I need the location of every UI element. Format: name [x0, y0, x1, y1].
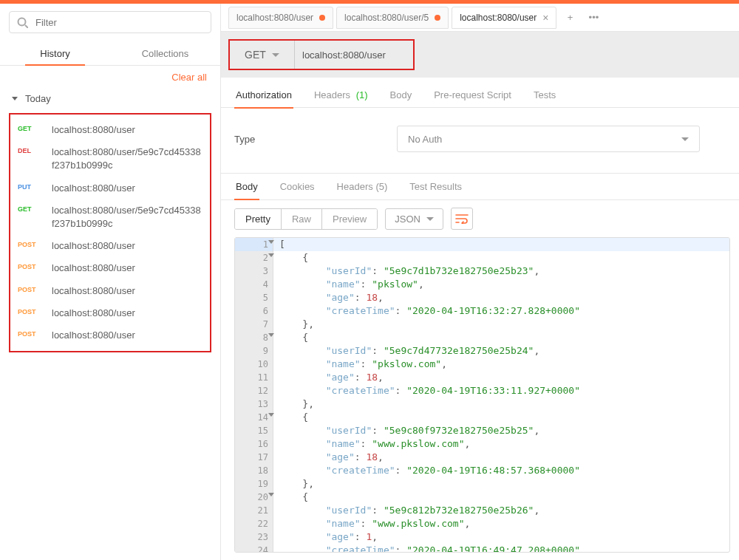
- request-tab[interactable]: localhost:8080/user: [228, 7, 333, 29]
- resptab-headers-label: Headers: [337, 181, 373, 192]
- view-raw[interactable]: Raw: [281, 209, 321, 229]
- method-selector[interactable]: GET: [230, 41, 295, 69]
- line-number: 16: [235, 437, 273, 451]
- line-number: 3: [235, 264, 273, 278]
- resptab-cookies[interactable]: Cookies: [279, 174, 316, 199]
- editor-line: 8 {: [235, 331, 729, 344]
- unsaved-dot-icon: [435, 15, 440, 21]
- history-item[interactable]: DELlocalhost:8080/user/5e9c7cd45338f237b…: [15, 141, 205, 177]
- reqtab-body[interactable]: Body: [389, 85, 414, 108]
- line-number: 22: [235, 517, 273, 530]
- history-url: localhost:8080/user: [52, 307, 202, 320]
- filter-input[interactable]: [35, 17, 203, 28]
- code-content: "name": "pkslow",: [273, 278, 424, 291]
- code-content: [: [273, 238, 285, 251]
- code-content: "age": 18,: [273, 451, 384, 464]
- editor-line: 2 {: [235, 251, 729, 264]
- fold-icon[interactable]: [268, 240, 274, 244]
- fold-icon[interactable]: [268, 493, 274, 496]
- tab-overflow-button[interactable]: •••: [583, 7, 604, 28]
- request-line: GET localhost:8080/user: [228, 39, 415, 70]
- sidebar-tab-history[interactable]: History: [0, 41, 110, 65]
- code-content: },: [273, 477, 314, 491]
- code-content: {: [273, 251, 308, 264]
- editor-line: 16 "name": "www.pkslow.com",: [235, 437, 729, 451]
- editor-line: 3 "userId": "5e9c7d1b732e182750e25b23",: [235, 264, 729, 278]
- history-item[interactable]: POSTlocalhost:8080/user: [15, 302, 205, 324]
- caret-down-icon: [12, 97, 18, 100]
- history-url: localhost:8080/user: [52, 239, 202, 253]
- history-method-badge: POST: [18, 263, 47, 270]
- request-tab[interactable]: localhost:8080/user/5: [336, 7, 449, 29]
- editor-line: 13 },: [235, 397, 729, 411]
- unsaved-dot-icon: [319, 15, 325, 21]
- line-number: 10: [235, 358, 273, 371]
- close-icon[interactable]: ×: [542, 12, 548, 24]
- editor-line: 22 "name": "www.pkslow.com",: [235, 517, 729, 530]
- response-editor[interactable]: 1[2 {3 "userId": "5e9c7d1b732e182750e25b…: [234, 237, 730, 553]
- line-number: 18: [235, 464, 273, 477]
- code-content: "age": 18,: [273, 371, 384, 384]
- history-section-today[interactable]: Today: [0, 89, 220, 109]
- line-number: 6: [235, 304, 273, 318]
- history-method-badge: POST: [18, 308, 47, 315]
- history-item[interactable]: POSTlocalhost:8080/user: [15, 324, 205, 346]
- sidebar-tab-collections[interactable]: Collections: [110, 41, 220, 65]
- resptab-testresults[interactable]: Test Results: [408, 174, 463, 199]
- language-select[interactable]: JSON: [385, 208, 443, 230]
- new-tab-button[interactable]: +: [559, 7, 580, 28]
- method-label: GET: [245, 49, 266, 61]
- line-number: 7: [235, 318, 273, 331]
- editor-line: 21 "userId": "5e9c812b732e182750e25b26",: [235, 504, 729, 517]
- history-item[interactable]: PUTlocalhost:8080/user: [15, 177, 205, 199]
- editor-line: 17 "age": 18,: [235, 451, 729, 464]
- history-url: localhost:8080/user/5e9c7cd45338f237b1b0…: [52, 204, 202, 231]
- resptab-headers[interactable]: Headers (5): [336, 174, 389, 199]
- view-preview[interactable]: Preview: [321, 209, 377, 229]
- reqtab-headers-label: Headers: [314, 89, 350, 100]
- reqtab-tests[interactable]: Tests: [532, 85, 557, 108]
- chevron-down-icon: [272, 53, 279, 57]
- editor-line: 23 "age": 1,: [235, 530, 729, 544]
- sidebar: History Collections Clear all Today GETl…: [0, 4, 221, 560]
- request-tab[interactable]: localhost:8080/user×: [452, 7, 556, 29]
- history-method-badge: POST: [18, 286, 47, 293]
- code-content: "createTime": "2020-04-19T16:33:11.927+0…: [273, 384, 580, 397]
- fold-icon[interactable]: [268, 253, 274, 257]
- language-label: JSON: [395, 214, 420, 225]
- code-content: "age": 18,: [273, 291, 384, 304]
- reqtab-authorization[interactable]: Authorization: [234, 85, 293, 108]
- fold-icon[interactable]: [268, 413, 274, 417]
- line-number: 11: [235, 371, 273, 384]
- reqtab-headers[interactable]: Headers (1): [313, 85, 370, 108]
- code-content: "userId": "5e9c80f9732e182750e25b25",: [273, 424, 539, 437]
- code-content: "createTime": "2020-04-19T16:49:47.208+0…: [273, 544, 580, 553]
- auth-type-select[interactable]: No Auth: [397, 126, 700, 152]
- history-item[interactable]: POSTlocalhost:8080/user: [15, 257, 205, 279]
- history-method-badge: POST: [18, 241, 47, 248]
- filter-input-wrap[interactable]: [9, 11, 211, 33]
- request-tabbar: localhost:8080/userlocalhost:8080/user/5…: [221, 4, 739, 32]
- wrap-lines-button[interactable]: [451, 208, 473, 230]
- url-input[interactable]: localhost:8080/user: [295, 41, 413, 69]
- editor-line: 6 "createTime": "2020-04-19T16:32:27.828…: [235, 304, 729, 318]
- editor-line: 18 "createTime": "2020-04-19T16:48:57.36…: [235, 464, 729, 477]
- editor-line: 15 "userId": "5e9c80f9732e182750e25b25",: [235, 424, 729, 437]
- history-method-badge: POST: [18, 330, 47, 338]
- history-item[interactable]: GETlocalhost:8080/user: [15, 119, 205, 141]
- history-item[interactable]: GETlocalhost:8080/user/5e9c7cd45338f237b…: [15, 199, 205, 235]
- history-item[interactable]: POSTlocalhost:8080/user: [15, 235, 205, 257]
- resptab-body[interactable]: Body: [234, 174, 259, 199]
- tab-label: localhost:8080/user: [236, 13, 313, 23]
- history-url: localhost:8080/user: [52, 284, 202, 298]
- code-content: "age": 1,: [273, 530, 378, 544]
- history-item[interactable]: POSTlocalhost:8080/user: [15, 280, 205, 302]
- view-pretty[interactable]: Pretty: [235, 209, 281, 229]
- history-list: GETlocalhost:8080/userDELlocalhost:8080/…: [9, 113, 211, 352]
- editor-line: 4 "name": "pkslow",: [235, 278, 729, 291]
- clear-all-link[interactable]: Clear all: [171, 72, 207, 83]
- reqtab-prerequest[interactable]: Pre-request Script: [432, 85, 513, 108]
- fold-icon[interactable]: [268, 333, 274, 337]
- resptab-headers-count: (5): [375, 181, 387, 192]
- tab-label: localhost:8080/user/5: [344, 13, 429, 23]
